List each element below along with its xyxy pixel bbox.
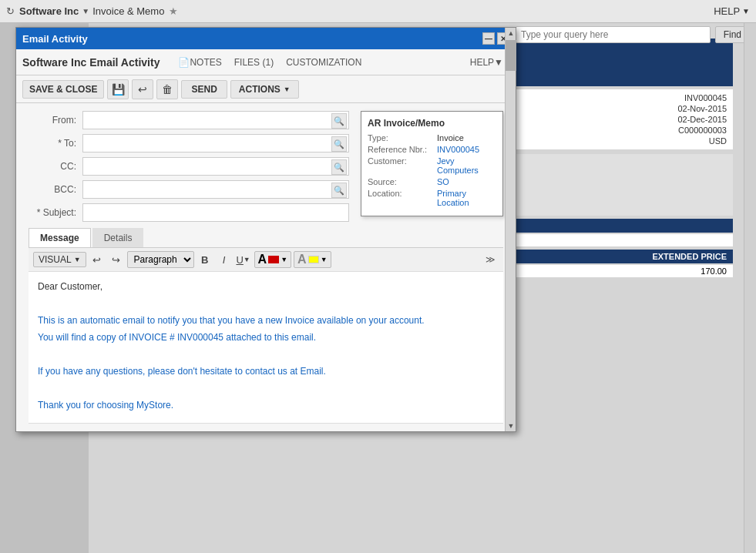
ar-invoice-popup: AR Invoice/Memo Type: Invoice Reference … [361,111,503,216]
to-input[interactable]: "Printer, Lexmark Front Office" (printer… [88,138,344,149]
modal-help-button[interactable]: HELP ▼ [464,54,509,71]
chevron-down-icon: ▼ [281,256,287,263]
delete-button[interactable]: 🗑 [156,79,178,99]
modal-body: AR Invoice/Memo Type: Invoice Reference … [16,103,516,431]
ar-type-label: Type: [368,133,437,142]
highlight-color-button[interactable]: A ▼ [294,251,331,268]
cc-label: CC: [29,161,82,172]
modal-scrollbar[interactable]: ▲ ▼ [505,28,516,431]
chevron-down-icon: ▼ [82,7,89,15]
actions-button[interactable]: ACTIONS ▼ [230,80,299,99]
company-name[interactable]: Software Inc [19,5,79,17]
undo-editor-button[interactable]: ↩ [89,251,106,268]
bcc-input[interactable] [88,184,344,195]
notes-button[interactable]: 📄 NOTES [172,54,227,71]
tabs-bar: Message Details [29,228,503,248]
ar-source-label: Source: [368,177,437,186]
expand-editor-button[interactable]: ≫ [482,251,499,268]
ar-ref-value: INV000045 [437,145,479,154]
ar-customer-label: Customer: [368,156,437,175]
search-input[interactable] [516,26,711,43]
chevron-down-icon: ▼ [284,85,291,93]
body-line4: Thank you for choosing MyStore. [38,398,494,412]
from-search-button[interactable]: 🔍 [331,113,347,129]
cc-search-button[interactable]: 🔍 [331,159,347,175]
chevron-down-icon: ▼ [244,256,250,263]
subject-input[interactable]: MyStore INVOICE # INV000045 [82,203,349,222]
modal-header-title: Software Inc Email Activity [22,56,160,69]
ar-type-value: Invoice [437,133,464,142]
ar-ref-label: Reference Nbr.: [368,145,437,154]
ar-location-label: Location: [368,189,437,207]
tab-message[interactable]: Message [29,228,91,247]
modal-top-toolbar: Software Inc Email Activity 📄 NOTES FILE… [16,49,516,75]
chevron-down-icon: ▼ [74,256,81,263]
body-line1: This is an automatic email to notify you… [38,313,494,327]
italic-button[interactable]: I [216,251,233,268]
from-input[interactable]: sdsi [88,115,344,126]
to-search-button[interactable]: 🔍 [331,136,347,152]
subject-label: * Subject: [29,207,82,218]
ar-popup-title: AR Invoice/Memo [368,118,496,129]
greeting-line: Dear Customer, [38,280,494,293]
top-bar: ↻ Software Inc ▼ Invoice & Memo ★ HELP ▼ [0,0,756,23]
editor-toolbar: VISUAL ▼ ↩ ↪ Paragraph B I U ▼ A ▼ A ▼ [29,248,503,272]
module-name: Invoice & Memo [92,5,164,17]
cc-input[interactable] [88,161,344,172]
star-icon[interactable]: ★ [169,5,178,17]
tab-details[interactable]: Details [92,228,144,247]
body-line3: If you have any questions, please don't … [38,364,494,378]
search-bar: Find [509,23,756,46]
files-button[interactable]: FILES (1) [228,54,280,71]
refresh-icon[interactable]: ↻ [6,5,15,17]
from-label: From: [29,115,82,126]
to-input-wrapper: "Printer, Lexmark Front Office" (printer… [82,134,349,152]
undo-button[interactable]: ↩ [132,79,153,99]
modal-title: Email Activity [22,33,480,45]
customization-button[interactable]: CUSTOMIZATION [280,54,368,71]
visual-toggle-button[interactable]: VISUAL ▼ [33,252,86,267]
font-color-button[interactable]: A ▼ [254,251,291,268]
underline-button[interactable]: U ▼ [235,251,252,268]
scroll-up-arrow[interactable]: ▲ [506,28,516,39]
chevron-down-icon: ▼ [494,57,503,68]
redo-editor-button[interactable]: ↪ [108,251,125,268]
from-input-wrapper: sdsi 🔍 [82,111,349,129]
cc-input-wrapper: 🔍 [82,157,349,176]
ar-source-value: SO [437,177,449,186]
modal-minimize-button[interactable]: — [482,32,495,45]
ar-location-value: Primary Location [437,189,496,207]
bold-button[interactable]: B [197,251,213,268]
scroll-down-arrow[interactable]: ▼ [506,421,516,431]
paragraph-select[interactable]: Paragraph [127,251,194,268]
modal-second-toolbar: SAVE & CLOSE 💾 ↩ 🗑 SEND ACTIONS ▼ [16,75,516,103]
modal-titlebar: Email Activity — ✕ [16,28,516,49]
body-line2: You will find a copy of INVOICE # INV000… [38,330,494,344]
notes-icon: 📄 [178,57,190,68]
chevron-down-icon: ▼ [742,7,750,15]
scroll-thumb[interactable] [506,40,516,71]
main-scrollbar[interactable] [744,23,756,553]
save-close-button[interactable]: SAVE & CLOSE [22,80,104,99]
email-activity-modal: Email Activity — ✕ Software Inc Email Ac… [15,27,516,432]
send-button[interactable]: SEND [181,80,227,99]
save-icon-button[interactable]: 💾 [107,79,129,99]
help-button[interactable]: HELP ▼ [714,5,750,17]
bcc-search-button[interactable]: 🔍 [331,183,347,198]
chevron-down-icon: ▼ [321,256,328,263]
bcc-label: BCC: [29,184,82,195]
ar-customer-value: Jevy Computers [437,156,496,175]
editor-content[interactable]: Dear Customer, This is an automatic emai… [29,272,503,424]
bcc-input-wrapper: 🔍 [82,180,349,199]
to-label: * To: [29,138,82,149]
